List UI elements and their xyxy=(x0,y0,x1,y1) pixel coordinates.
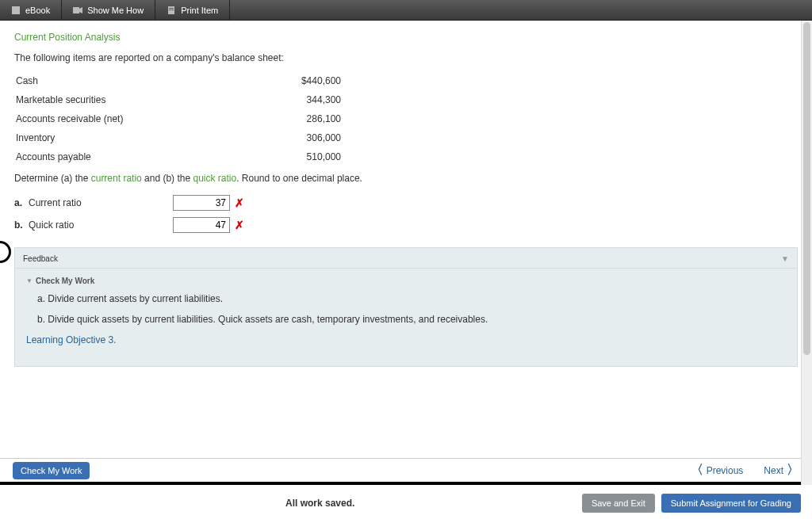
triangle-down-icon: ▼ xyxy=(26,277,33,284)
page-title: Current Position Analysis xyxy=(14,32,798,43)
scrollbar[interactable] xyxy=(801,21,812,485)
table-row: Accounts payable510,000 xyxy=(16,147,341,166)
answer-b-label: Quick ratio xyxy=(29,219,173,231)
footer-bar: All work saved. Save and Exit Submit Ass… xyxy=(0,488,812,518)
bs-value: 510,000 xyxy=(270,147,341,166)
wrong-icon: ✗ xyxy=(235,219,244,231)
print-icon xyxy=(167,6,176,15)
scrollbar-thumb[interactable] xyxy=(803,22,810,355)
chevron-right-icon: 〉 xyxy=(787,462,799,479)
feedback-panel: Feedback ▼ ▼ Check My Work a. Divide cur… xyxy=(14,247,798,367)
table-row: Cash$440,600 xyxy=(16,71,341,90)
bs-label: Marketable securities xyxy=(16,90,270,109)
tab-print-item[interactable]: Print Item xyxy=(155,0,230,20)
bs-label: Cash xyxy=(16,71,270,90)
link-current-ratio[interactable]: current ratio xyxy=(91,173,142,184)
nav-row: Check My Work 〈Previous Next〉 xyxy=(0,458,812,485)
svg-marker-2 xyxy=(79,7,82,13)
tab-show-label: Show Me How xyxy=(87,6,144,15)
bs-value: $440,600 xyxy=(270,71,341,90)
feedback-line-a: a. Divide current assets by current liab… xyxy=(37,293,786,304)
table-row: Inventory306,000 xyxy=(16,128,341,147)
bs-value: 306,000 xyxy=(270,128,341,147)
save-and-exit-button[interactable]: Save and Exit xyxy=(582,494,655,513)
check-my-work-button[interactable]: Check My Work xyxy=(13,462,90,479)
tab-ebook-label: eBook xyxy=(25,6,50,15)
svg-rect-1 xyxy=(73,7,79,13)
answer-row-a: a. Current ratio ✗ xyxy=(14,192,798,214)
feedback-line-b: b. Divide quick assets by current liabil… xyxy=(37,314,786,325)
tab-show-me-how[interactable]: Show Me How xyxy=(62,0,155,20)
svg-rect-0 xyxy=(12,6,20,14)
table-row: Marketable securities344,300 xyxy=(16,90,341,109)
bs-label: Accounts receivable (net) xyxy=(16,109,270,128)
answer-b-input[interactable] xyxy=(173,217,230,233)
answer-b-marker: b. xyxy=(14,219,29,231)
svg-rect-5 xyxy=(169,10,174,10)
answer-a-input[interactable] xyxy=(173,195,230,211)
intro-text: The following items are reported on a co… xyxy=(14,52,798,63)
feedback-header[interactable]: Feedback ▼ xyxy=(15,248,797,269)
link-quick-ratio[interactable]: quick ratio xyxy=(193,173,236,184)
bs-label: Inventory xyxy=(16,128,270,147)
answer-row-b: b. Quick ratio ✗ xyxy=(14,214,798,236)
balance-table: Cash$440,600 Marketable securities344,30… xyxy=(16,71,341,166)
bs-value: 286,100 xyxy=(270,109,341,128)
tab-ebook[interactable]: eBook xyxy=(0,0,62,20)
feedback-header-label: Feedback xyxy=(23,254,58,263)
next-link[interactable]: Next〉 xyxy=(764,462,799,479)
answer-a-marker: a. xyxy=(14,197,29,208)
saved-status: All work saved. xyxy=(285,498,354,509)
tab-print-label: Print Item xyxy=(181,6,218,15)
answer-a-label: Current ratio xyxy=(29,197,173,208)
wrong-icon: ✗ xyxy=(235,197,244,209)
bs-label: Accounts payable xyxy=(16,147,270,166)
main-content: Current Position Analysis The following … xyxy=(0,21,812,458)
determine-text: Determine (a) the current ratio and (b) … xyxy=(14,173,798,184)
chevron-down-icon: ▼ xyxy=(781,254,789,263)
chevron-left-icon: 〈 xyxy=(691,462,703,479)
bs-value: 344,300 xyxy=(270,90,341,109)
submit-assignment-button[interactable]: Submit Assignment for Grading xyxy=(661,494,801,513)
svg-rect-4 xyxy=(169,8,174,9)
previous-link[interactable]: 〈Previous xyxy=(691,462,744,479)
table-row: Accounts receivable (net)286,100 xyxy=(16,109,341,128)
top-toolbar: eBook Show Me How Print Item xyxy=(0,0,812,21)
book-icon xyxy=(11,6,21,15)
video-icon xyxy=(73,6,82,15)
learning-objective-link[interactable]: Learning Objective 3. xyxy=(26,334,786,345)
feedback-subheader-label: Check My Work xyxy=(36,277,94,285)
feedback-subheader[interactable]: ▼ Check My Work xyxy=(26,277,786,285)
